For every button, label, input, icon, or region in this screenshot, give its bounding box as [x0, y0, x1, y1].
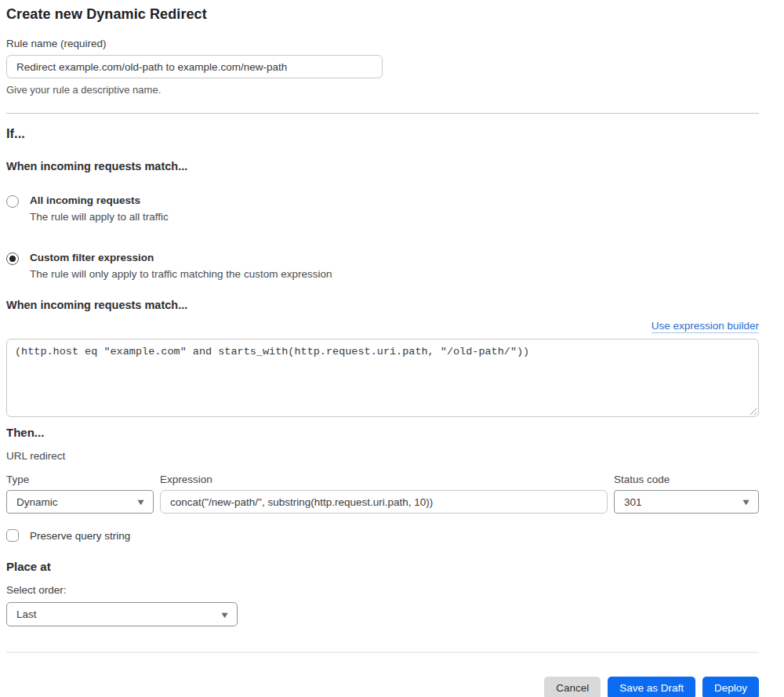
radio-option-body: Custom filter expression The rule will o…: [30, 252, 332, 280]
status-code-label: Status code: [614, 474, 759, 485]
rule-name-help: Give your rule a descriptive name.: [6, 84, 759, 96]
filter-expression-textarea[interactable]: (http.host eq "example.com" and starts_w…: [6, 339, 759, 417]
then-heading: Then...: [6, 426, 759, 439]
status-code-select-value: 301: [624, 496, 742, 508]
use-expression-builder-link[interactable]: Use expression builder: [652, 320, 759, 333]
expression-heading: When incoming requests match...: [6, 299, 759, 311]
preserve-query-row[interactable]: Preserve query string: [6, 529, 759, 542]
preserve-query-label: Preserve query string: [30, 530, 130, 542]
order-select-value: Last: [16, 608, 220, 620]
radio-selected-icon[interactable]: [6, 252, 19, 265]
rule-name-input[interactable]: [6, 55, 383, 78]
type-select[interactable]: Dynamic ▼: [6, 490, 154, 514]
radio-option-all-requests[interactable]: All incoming requests The rule will appl…: [6, 194, 759, 223]
match-subheading: When incoming requests match...: [6, 160, 759, 172]
section-divider: [6, 113, 759, 114]
rule-name-label: Rule name (required): [6, 38, 759, 49]
preserve-query-checkbox[interactable]: [6, 529, 19, 542]
order-select[interactable]: Last ▼: [6, 602, 238, 626]
radio-option-body: All incoming requests The rule will appl…: [30, 194, 169, 223]
select-order-label: Select order:: [6, 584, 759, 596]
radio-option-description: The rule will apply to all traffic: [30, 211, 169, 223]
redirect-expression-input[interactable]: [160, 490, 608, 514]
create-redirect-form: Create new Dynamic Redirect Rule name (r…: [6, 6, 759, 697]
deploy-button[interactable]: Deploy: [702, 677, 759, 697]
page-title: Create new Dynamic Redirect: [6, 6, 759, 23]
builder-link-row: Use expression builder: [6, 318, 759, 332]
type-select-value: Dynamic: [16, 496, 136, 508]
expression-label: Expression: [160, 474, 608, 485]
radio-option-label: Custom filter expression: [30, 252, 332, 263]
radio-option-custom-expression[interactable]: Custom filter expression The rule will o…: [6, 252, 759, 280]
radio-option-description: The rule will only apply to traffic matc…: [30, 268, 332, 280]
radio-option-label: All incoming requests: [30, 194, 169, 206]
place-at-heading: Place at: [6, 560, 759, 573]
redirect-settings-grid: Type Expression Status code Dynamic ▼ 30…: [6, 474, 759, 514]
footer-divider: [6, 652, 759, 653]
status-code-select[interactable]: 301 ▼: [614, 490, 759, 514]
chevron-down-icon: ▼: [741, 497, 752, 506]
footer-actions: Cancel Save as Draft Deploy: [6, 677, 759, 697]
type-label: Type: [6, 474, 154, 485]
chevron-down-icon: ▼: [220, 610, 230, 619]
chevron-down-icon: ▼: [136, 497, 147, 506]
cancel-button[interactable]: Cancel: [544, 677, 601, 697]
radio-unselected-icon[interactable]: [6, 195, 19, 208]
radio-dot: [9, 256, 16, 262]
expression-editor-wrap: (http.host eq "example.com" and starts_w…: [6, 339, 759, 417]
url-redirect-label: URL redirect: [6, 450, 759, 462]
save-as-draft-button[interactable]: Save as Draft: [608, 677, 695, 697]
if-heading: If...: [6, 126, 759, 141]
